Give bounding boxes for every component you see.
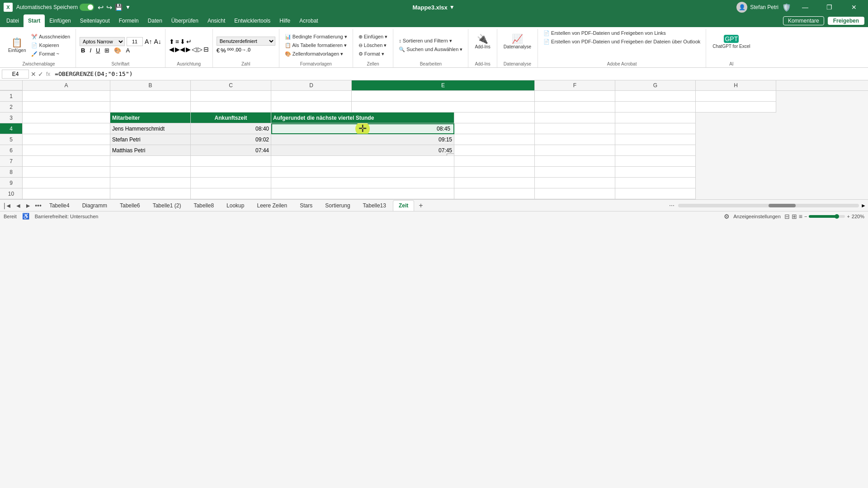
tab-nav-next[interactable]: ► xyxy=(23,202,33,209)
cell-d6[interactable]: 07:44 xyxy=(191,145,271,156)
cell-e4[interactable]: ✛ 08:45 xyxy=(271,123,454,134)
cell-g9[interactable] xyxy=(535,178,615,188)
cell-e5[interactable]: 09:15 xyxy=(271,134,454,145)
add-sheet-button[interactable]: + xyxy=(415,202,426,210)
cell-reference[interactable] xyxy=(2,70,29,79)
cell-f5[interactable] xyxy=(454,134,535,145)
row-header-6[interactable]: 6 xyxy=(0,145,23,156)
increase-font-icon[interactable]: A↑ xyxy=(145,38,152,45)
cell-c2[interactable] xyxy=(191,102,271,113)
cell-h1[interactable] xyxy=(696,91,776,102)
cell-g4[interactable] xyxy=(535,123,615,134)
cell-a5[interactable] xyxy=(23,134,110,145)
tab-nav-prev[interactable]: ◄ xyxy=(14,202,24,209)
cell-c1[interactable] xyxy=(191,91,271,102)
undo-redo[interactable]: ↩ ↪ 💾 ▼ xyxy=(98,3,131,12)
indent-inc-icon[interactable]: ▷ xyxy=(198,46,203,53)
tab-options-button[interactable]: ⋯ xyxy=(667,202,676,209)
cell-f8[interactable] xyxy=(454,167,535,178)
cell-c3[interactable]: Mitarbeiter xyxy=(110,113,191,123)
cell-g1[interactable] xyxy=(615,91,696,102)
sheet-tab-zeit[interactable]: Zeit xyxy=(393,200,414,211)
tab-entwicklertools[interactable]: Entwicklertools xyxy=(230,14,275,27)
row-header-1[interactable]: 1 xyxy=(0,91,23,102)
cell-a4[interactable] xyxy=(23,123,110,134)
tab-seitenlayout[interactable]: Seitenlayout xyxy=(75,14,114,27)
currency-icon[interactable]: € xyxy=(217,47,220,54)
cell-e2[interactable] xyxy=(352,102,535,113)
suchen-button[interactable]: 🔍 Suchen und Auswählen ▾ xyxy=(397,46,464,54)
cell-h5[interactable] xyxy=(615,134,696,145)
cell-h6[interactable] xyxy=(615,145,696,156)
cell-h10[interactable] xyxy=(615,188,696,199)
wrap-text-icon[interactable]: ↵ xyxy=(186,38,192,45)
cell-a1[interactable] xyxy=(23,91,110,102)
tab-einfuegen[interactable]: Einfügen xyxy=(45,14,75,27)
einfuegen-zellen-button[interactable]: ⊕ Einfügen ▾ xyxy=(357,33,390,41)
font-size-input[interactable] xyxy=(127,37,143,46)
row-header-3[interactable]: 3 xyxy=(0,113,23,123)
cell-a3[interactable] xyxy=(23,113,110,123)
horizontal-scrollbar[interactable] xyxy=(678,204,859,207)
sheet-tab-leere-zeilen[interactable]: Leere Zeilen xyxy=(251,200,293,211)
cell-e9[interactable] xyxy=(271,178,454,188)
bedingte-formatierung-button[interactable]: 📊 Bedingte Formatierung ▾ xyxy=(283,33,349,41)
bold-button[interactable]: B xyxy=(80,47,86,54)
sheet-tab-tabelle4[interactable]: Tabelle4 xyxy=(43,200,75,211)
cell-e7[interactable] xyxy=(271,156,454,167)
cell-b1[interactable] xyxy=(110,91,191,102)
cell-d1[interactable] xyxy=(271,91,352,102)
col-header-b[interactable]: B xyxy=(110,80,191,90)
cell-d5[interactable]: 09:02 xyxy=(191,134,271,145)
loeschen-zellen-button[interactable]: ⊖ Löschen ▾ xyxy=(357,41,390,49)
sortieren-button[interactable]: ↕ Sortieren und Filtern ▾ xyxy=(397,37,464,45)
erstellen-links-button[interactable]: 📄 Erstellen von PDF-Dateien und Freigebe… xyxy=(542,29,702,37)
cell-g3[interactable] xyxy=(535,113,615,123)
tab-ueberprufen[interactable]: Überprüfen xyxy=(167,14,203,27)
save-icon[interactable]: 💾 xyxy=(115,4,123,11)
row-header-4[interactable]: 4 xyxy=(0,123,23,134)
number-format-select[interactable]: Benutzerdefiniert xyxy=(217,37,275,46)
tab-formeln[interactable]: Formeln xyxy=(114,14,143,27)
redo-icon[interactable]: ↪ xyxy=(106,3,112,12)
col-header-h[interactable]: H xyxy=(696,80,776,90)
thousands-icon[interactable]: ⁰⁰⁰ xyxy=(227,47,234,54)
merge-icon[interactable]: ⊟ xyxy=(203,46,209,53)
cell-d7[interactable] xyxy=(191,156,271,167)
cell-b2[interactable] xyxy=(110,102,191,113)
erstellen-dateien-button[interactable]: 📄 Erstellen von PDF-Dateien und Freigebe… xyxy=(542,38,702,46)
cell-d9[interactable] xyxy=(191,178,271,188)
font-name-select[interactable]: Aptos Narrow xyxy=(80,37,125,46)
align-middle-icon[interactable]: ≡ xyxy=(175,38,179,45)
sheet-tab-tabelle6[interactable]: Tabelle6 xyxy=(114,200,146,211)
fill-color-button[interactable]: 🎨 xyxy=(113,47,123,54)
cell-c6[interactable]: Matthias Petri xyxy=(110,145,191,156)
cell-c7[interactable] xyxy=(110,156,191,167)
format-uebertragen-button[interactable]: 🖌️ Format ~ xyxy=(29,50,72,58)
restore-button[interactable]: ❐ xyxy=(819,0,840,14)
cell-d4[interactable]: 08:40 xyxy=(191,123,271,134)
als-tabelle-button[interactable]: 📋 Als Tabelle formatieren ▾ xyxy=(283,41,349,49)
addins-button[interactable]: 🔌 Add-Ins xyxy=(472,29,493,54)
datenanalyse-button[interactable]: 📈 Datenanalyse xyxy=(501,29,534,54)
formula-cancel[interactable]: ✕ xyxy=(31,70,36,78)
sheet-tab-lookup[interactable]: Lookup xyxy=(221,200,250,211)
corner-cell[interactable] xyxy=(0,80,23,90)
sheet-tab-sortierung[interactable]: Sortierung xyxy=(319,200,356,211)
tab-acrobat[interactable]: Acrobat xyxy=(295,14,322,27)
cell-f3[interactable] xyxy=(454,113,535,123)
cell-e6[interactable]: 07:45 📋 xyxy=(271,145,454,156)
scroll-right-icon[interactable]: ► xyxy=(861,202,866,209)
chatgpt-button[interactable]: GPT ChatGPT for Excel xyxy=(710,29,753,54)
cell-d8[interactable] xyxy=(191,167,271,178)
cell-h9[interactable] xyxy=(615,178,696,188)
sheet-tab-stars[interactable]: Stars xyxy=(294,200,318,211)
cell-f6[interactable] xyxy=(454,145,535,156)
col-header-e[interactable]: E xyxy=(352,80,535,90)
cell-a10[interactable] xyxy=(23,188,110,199)
cell-d3[interactable]: Ankunftszeit xyxy=(191,113,271,123)
cell-h7[interactable] xyxy=(615,156,696,167)
cell-g8[interactable] xyxy=(535,167,615,178)
tab-datei[interactable]: Datei xyxy=(2,14,24,27)
undo-icon[interactable]: ↩ xyxy=(98,3,104,12)
